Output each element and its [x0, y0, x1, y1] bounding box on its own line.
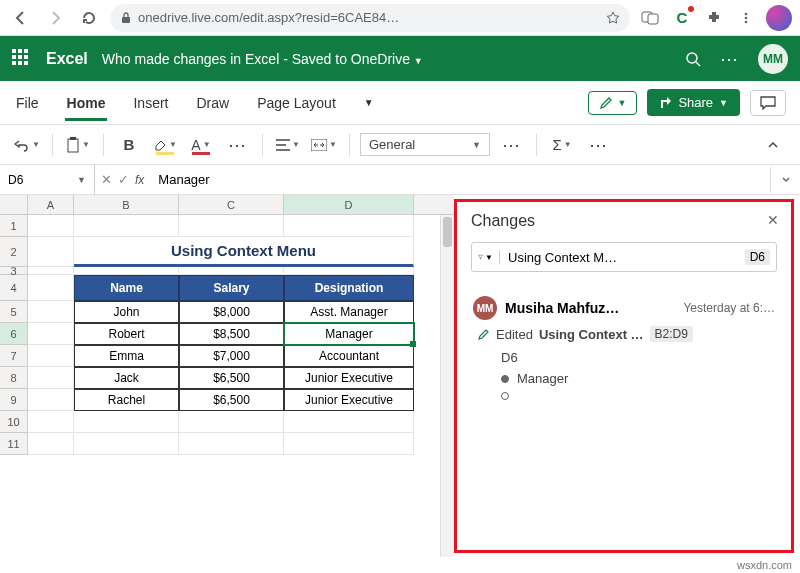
number-format-dropdown[interactable]: General▼	[360, 133, 490, 156]
vertical-scrollbar[interactable]	[440, 215, 454, 557]
col-header-d[interactable]: D	[284, 195, 414, 214]
table-cell[interactable]: Asst. Manager	[284, 301, 414, 323]
row-header[interactable]: 11	[0, 433, 28, 455]
table-cell[interactable]: Jack	[74, 367, 179, 389]
row-header[interactable]: 4	[0, 275, 28, 301]
active-cell[interactable]: Manager	[284, 323, 414, 345]
table-cell[interactable]: Rachel	[74, 389, 179, 411]
enter-formula-icon[interactable]: ✓	[118, 172, 129, 187]
align-button[interactable]: ▼	[273, 131, 303, 159]
table-cell[interactable]: $6,500	[179, 367, 284, 389]
table-cell[interactable]: $7,000	[179, 345, 284, 367]
search-icon[interactable]	[684, 50, 702, 68]
filter-icon[interactable]: ▼	[478, 250, 500, 264]
extensions-icon[interactable]	[702, 6, 726, 30]
row-header[interactable]: 9	[0, 389, 28, 411]
col-header-a[interactable]: A	[28, 195, 74, 214]
table-cell[interactable]: Junior Executive	[284, 389, 414, 411]
svg-point-6	[687, 53, 697, 63]
formula-input[interactable]: Manager	[150, 172, 770, 187]
change-time: Yesterday at 6:…	[683, 301, 775, 315]
address-bar[interactable]: onedrive.live.com/edit.aspx?resid=6CAE84…	[110, 4, 630, 32]
table-cell[interactable]: $8,000	[179, 301, 284, 323]
svg-rect-2	[648, 14, 658, 24]
tab-more[interactable]: ▼	[362, 91, 376, 114]
star-icon[interactable]	[606, 11, 620, 25]
row-header[interactable]: 10	[0, 411, 28, 433]
row-header[interactable]: 6	[0, 323, 28, 345]
col-header-c[interactable]: C	[179, 195, 284, 214]
table-cell[interactable]: John	[74, 301, 179, 323]
table-header[interactable]: Name	[74, 275, 179, 301]
select-all-corner[interactable]	[0, 195, 28, 214]
table-header[interactable]: Designation	[284, 275, 414, 301]
table-cell[interactable]: Accountant	[284, 345, 414, 367]
user-avatar[interactable]: MM	[758, 44, 788, 74]
formula-bar: D6▼ ✕ ✓ fx Manager	[0, 165, 800, 195]
close-icon[interactable]: ✕	[767, 212, 779, 228]
fill-color-button[interactable]: ▼	[150, 131, 180, 159]
formula-expand-button[interactable]	[770, 166, 800, 194]
document-name[interactable]: Who made changes in Excel - Saved to One…	[102, 51, 423, 67]
number-more-button[interactable]: ⋯	[496, 131, 526, 159]
cancel-formula-icon[interactable]: ✕	[101, 172, 112, 187]
tab-home[interactable]: Home	[65, 89, 108, 117]
comments-button[interactable]	[750, 90, 786, 116]
undo-button[interactable]: ▼	[12, 131, 42, 159]
browser-toolbar: onedrive.live.com/edit.aspx?resid=6CAE84…	[0, 0, 800, 36]
svg-rect-0	[122, 17, 130, 23]
col-header-b[interactable]: B	[74, 195, 179, 214]
change-author: Musiha Mahfuz…	[505, 300, 675, 316]
forward-button[interactable]	[42, 5, 68, 31]
tab-draw[interactable]: Draw	[194, 89, 231, 117]
svg-rect-8	[68, 139, 78, 152]
extension-c-icon[interactable]: C	[670, 6, 694, 30]
change-card[interactable]: MM Musiha Mahfuz… Yesterday at 6:… Edite…	[471, 290, 777, 412]
merge-button[interactable]: ▼	[309, 131, 339, 159]
row-header[interactable]: 2	[0, 237, 28, 267]
fx-icon[interactable]: fx	[135, 173, 144, 187]
name-box[interactable]: D6▼	[0, 165, 95, 194]
watermark: wsxdn.com	[737, 559, 792, 571]
app-launcher-icon[interactable]	[12, 49, 32, 69]
editing-more-button[interactable]: ⋯	[583, 131, 613, 159]
back-button[interactable]	[8, 5, 34, 31]
row-header[interactable]: 7	[0, 345, 28, 367]
svg-rect-9	[70, 137, 76, 140]
row-header[interactable]: 8	[0, 367, 28, 389]
table-title[interactable]: Using Context Menu	[74, 237, 414, 267]
spreadsheet-grid[interactable]: A B C D 1 2Using Context Menu 3 4 Name S…	[0, 195, 454, 557]
editing-mode-button[interactable]: ▼	[588, 91, 637, 115]
autosum-button[interactable]: Σ▼	[547, 131, 577, 159]
app-name: Excel	[46, 50, 88, 68]
tab-file[interactable]: File	[14, 89, 41, 117]
table-cell[interactable]: $8,500	[179, 323, 284, 345]
svg-rect-13	[311, 139, 327, 151]
font-more-button[interactable]: ⋯	[222, 131, 252, 159]
profile-avatar[interactable]	[766, 5, 792, 31]
changes-filter[interactable]: ▼ Using Context M… D6	[471, 242, 777, 272]
paste-button[interactable]: ▼	[63, 131, 93, 159]
translate-icon[interactable]	[638, 6, 662, 30]
table-cell[interactable]: $6,500	[179, 389, 284, 411]
ribbon-collapse-button[interactable]	[758, 131, 788, 159]
table-cell[interactable]: Emma	[74, 345, 179, 367]
bold-button[interactable]: B	[114, 131, 144, 159]
change-cell: D6	[501, 350, 775, 365]
share-button[interactable]: Share▼	[647, 89, 740, 116]
font-color-button[interactable]: A▼	[186, 131, 216, 159]
chrome-menu-icon[interactable]	[734, 6, 758, 30]
tab-page-layout[interactable]: Page Layout	[255, 89, 338, 117]
tab-insert[interactable]: Insert	[131, 89, 170, 117]
row-header[interactable]: 3	[0, 267, 28, 275]
row-header[interactable]: 1	[0, 215, 28, 237]
row-header[interactable]: 5	[0, 301, 28, 323]
table-cell[interactable]: Robert	[74, 323, 179, 345]
table-header[interactable]: Salary	[179, 275, 284, 301]
svg-line-7	[696, 62, 700, 66]
table-cell[interactable]: Junior Executive	[284, 367, 414, 389]
dot-icon	[501, 392, 509, 400]
reload-button[interactable]	[76, 5, 102, 31]
edit-icon	[477, 328, 490, 341]
more-icon[interactable]: ⋯	[720, 48, 740, 70]
